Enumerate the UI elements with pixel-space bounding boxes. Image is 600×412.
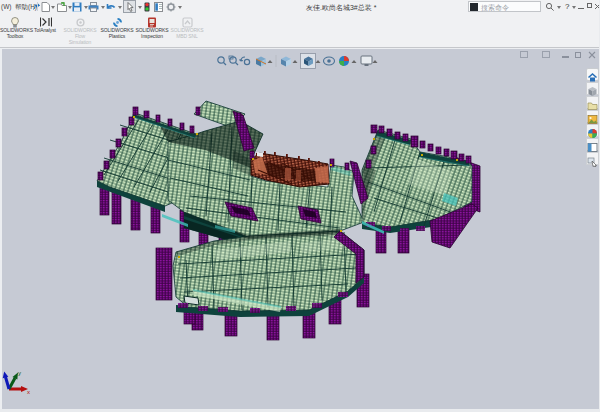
svg-text:x: x (27, 389, 30, 395)
svg-text:y: y (18, 370, 21, 376)
